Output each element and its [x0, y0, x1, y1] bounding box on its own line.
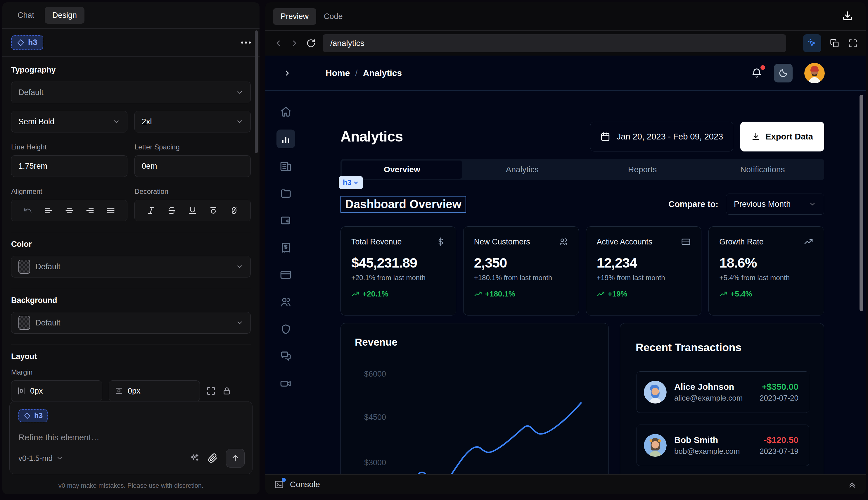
transaction-row[interactable]: Bob Smith bob@example.com -$120.50 2023-…: [637, 424, 809, 466]
clear-decoration-icon[interactable]: [230, 206, 239, 215]
background-select[interactable]: Default: [11, 312, 251, 334]
date-range-button[interactable]: Jan 20, 2023 - Feb 09, 2023: [590, 122, 733, 151]
newspaper-icon: [280, 160, 292, 172]
back-icon[interactable]: [274, 38, 283, 48]
selection-tag-chip[interactable]: h3: [339, 176, 363, 189]
sidebar-item-home[interactable]: [277, 102, 295, 121]
composer-element-badge[interactable]: h3: [19, 409, 48, 422]
composer-placeholder[interactable]: Refine this element…: [19, 433, 243, 442]
layout-section-title: Layout: [11, 352, 251, 361]
overline-icon[interactable]: [209, 206, 218, 215]
font-family-select[interactable]: Default: [11, 82, 251, 103]
model-select[interactable]: v0-1.5-md: [19, 454, 63, 463]
align-center-icon[interactable]: [65, 206, 74, 215]
selected-heading[interactable]: Dashboard Overview: [340, 196, 466, 213]
sidebar-item-news[interactable]: [277, 157, 295, 175]
tab-analytics[interactable]: Analytics: [462, 160, 582, 179]
console-label: Console: [290, 480, 320, 489]
sidebar-item-security[interactable]: [277, 320, 295, 339]
expand-margin-icon[interactable]: [206, 386, 216, 396]
undo-icon[interactable]: [23, 206, 32, 215]
margin-vertical-icon: [115, 387, 123, 395]
moon-icon: [778, 68, 788, 78]
more-options-icon[interactable]: [241, 42, 251, 44]
cursor-select-button[interactable]: [803, 34, 821, 52]
tab-notifications[interactable]: Notifications: [703, 160, 823, 179]
notifications-button[interactable]: [751, 68, 762, 79]
tab-reports[interactable]: Reports: [582, 160, 703, 179]
sidebar-item-video[interactable]: [277, 374, 295, 393]
background-swatch: [19, 316, 30, 330]
user-avatar[interactable]: [804, 63, 825, 83]
sidebar-item-files[interactable]: [277, 184, 295, 203]
folder-icon: [280, 188, 292, 199]
stat-card-active-accounts: Active Accounts 12,234 +19% from last mo…: [586, 226, 702, 316]
app-preview-viewport: Home / Analytics: [265, 56, 866, 474]
sidebar-item-analytics[interactable]: [277, 129, 295, 148]
url-input[interactable]: /analytics: [323, 34, 786, 52]
credit-card-icon: [681, 237, 691, 247]
font-weight-select[interactable]: Semi Bold: [11, 111, 127, 133]
sidebar-item-wallet[interactable]: [277, 211, 295, 230]
notification-dot: [761, 65, 765, 70]
chevron-down-icon: [236, 89, 243, 96]
transaction-date: 2023-07-20: [760, 394, 798, 402]
letter-spacing-label: Letter Spacing: [135, 143, 251, 151]
margin-x-input[interactable]: 0px: [11, 380, 102, 401]
selected-element-badge[interactable]: h3: [11, 35, 43, 50]
preview-scrollbar[interactable]: [859, 95, 863, 311]
sidebar-item-messages[interactable]: [277, 347, 295, 366]
sidebar-item-cards[interactable]: [277, 265, 295, 284]
tab-code[interactable]: Code: [316, 8, 350, 25]
margin-y-input[interactable]: 0px: [109, 380, 200, 401]
strikethrough-icon[interactable]: [167, 206, 176, 215]
avatar: [644, 381, 667, 404]
paperclip-icon[interactable]: [208, 453, 218, 463]
breadcrumb-home[interactable]: Home: [326, 68, 350, 78]
wallet-icon: [280, 215, 292, 226]
trending-up-icon: [719, 290, 727, 298]
tab-chat[interactable]: Chat: [10, 7, 42, 24]
sidebar-toggle-icon[interactable]: [283, 69, 292, 78]
compare-select[interactable]: Previous Month: [726, 194, 824, 215]
fullscreen-icon[interactable]: [848, 38, 857, 48]
underline-icon[interactable]: [188, 206, 197, 215]
export-data-button[interactable]: Export Data: [740, 122, 824, 151]
sparkles-icon[interactable]: [190, 453, 200, 463]
console-bar[interactable]: Console: [265, 474, 866, 494]
sidebar-item-customers[interactable]: [277, 293, 295, 311]
lock-margin-icon[interactable]: [222, 386, 231, 396]
left-panel-scrollbar[interactable]: [255, 31, 258, 153]
submit-button[interactable]: [226, 449, 245, 467]
line-height-input[interactable]: 1.75rem: [11, 155, 127, 177]
theme-toggle-button[interactable]: [774, 64, 792, 82]
font-size-select[interactable]: 2xl: [135, 111, 251, 133]
left-tab-bar: Chat Design: [2, 2, 259, 29]
terminal-icon: [274, 479, 284, 489]
transactions-title: Recent Transactions: [636, 342, 741, 354]
chevron-down-icon: [236, 263, 243, 271]
align-right-icon[interactable]: [85, 206, 94, 215]
forward-icon[interactable]: [290, 38, 299, 48]
download-icon[interactable]: [842, 11, 853, 21]
chevron-down-icon: [809, 200, 816, 208]
credit-card-icon: [280, 269, 292, 281]
refresh-icon[interactable]: [306, 38, 316, 48]
tab-design[interactable]: Design: [45, 7, 84, 24]
color-select[interactable]: Default: [11, 256, 251, 277]
letter-spacing-input[interactable]: 0em: [135, 155, 251, 177]
sidebar-item-invoices[interactable]: [277, 238, 295, 257]
avatar: [644, 434, 667, 457]
tab-preview[interactable]: Preview: [273, 8, 316, 25]
chevrons-up-icon[interactable]: [847, 480, 857, 489]
divider: [11, 344, 251, 344]
refine-composer[interactable]: h3 Refine this element… v0-1.5-md: [9, 401, 253, 474]
align-left-icon[interactable]: [44, 206, 53, 215]
arrow-up-icon: [231, 454, 240, 463]
italic-icon[interactable]: [147, 206, 155, 215]
transaction-row[interactable]: Alice Johnson alice@example.com +$350.00…: [637, 371, 809, 413]
align-justify-icon[interactable]: [106, 206, 115, 215]
stat-card-total-revenue: Total Revenue $45,231.89 +20.1% from las…: [340, 226, 456, 316]
copy-icon[interactable]: [830, 38, 840, 48]
chevron-down-icon: [236, 319, 243, 327]
